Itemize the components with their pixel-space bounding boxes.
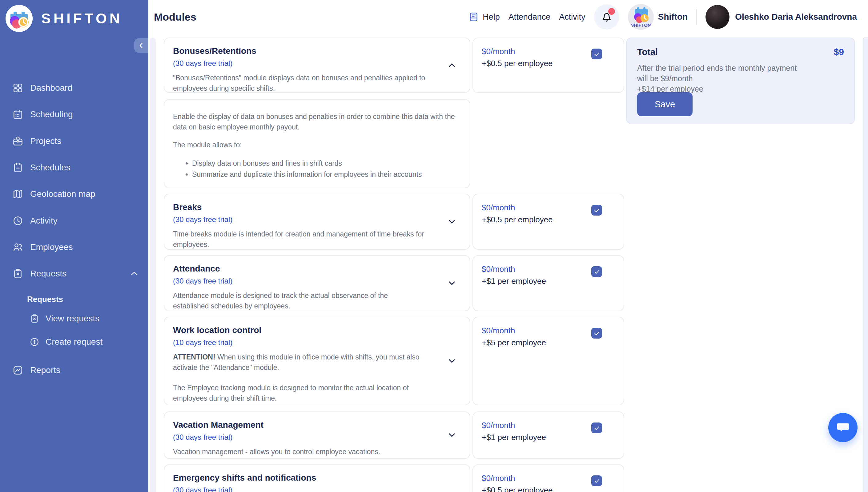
module-trial-link[interactable]: (10 days free trial)	[173, 338, 461, 347]
notifications-button[interactable]	[594, 4, 619, 29]
sidebar-item-label: Schedules	[30, 163, 70, 173]
sidebar-item-label: Geolocation map	[30, 189, 95, 199]
sidebar-item-activity[interactable]: Activity	[0, 211, 148, 230]
price-per-employee: +$1 per employee	[482, 433, 615, 442]
module-card-work-location[interactable]: Work location control (10 days free tria…	[164, 317, 470, 405]
expand-chevron-down-icon[interactable]	[447, 217, 457, 227]
users-icon	[12, 242, 23, 253]
user-menu[interactable]: Oleshko Daria Aleksandrovna	[705, 5, 857, 29]
total-amount: $9	[834, 47, 844, 57]
module-trial-link[interactable]: (30 days free trial)	[173, 59, 461, 68]
module-card-emergency[interactable]: Emergency shifts and notifications (30 d…	[164, 464, 470, 492]
chat-widget-button[interactable]	[828, 413, 858, 442]
module-description: Vacation management - allows you to cont…	[173, 446, 461, 457]
module-trial-link[interactable]: (30 days free trial)	[173, 215, 461, 224]
module-card-bonuses[interactable]: Bonuses/Retentions (30 days free trial) …	[164, 38, 470, 93]
sidebar-item-schedules[interactable]: Schedules	[0, 158, 148, 177]
module-enabled-checkbox[interactable]	[591, 205, 602, 216]
price-card-vacation: $0/month +$1 per employee	[472, 412, 624, 459]
module-description: "Bonuses/Retentions" module displays dat…	[173, 73, 450, 94]
price-card-work-location: $0/month +$5 per employee	[472, 317, 624, 405]
sidebar-item-reports[interactable]: Reports	[0, 361, 148, 380]
notification-badge	[608, 8, 615, 15]
module-enabled-checkbox[interactable]	[591, 328, 602, 339]
module-title: Work location control	[173, 325, 461, 335]
svg-text:SHIFTON: SHIFTON	[631, 22, 651, 28]
price-per-employee: +$0.5 per employee	[482, 486, 615, 492]
check-icon	[593, 477, 600, 484]
sidebar-item-employees[interactable]: Employees	[0, 238, 148, 257]
sidebar-collapse-button[interactable]	[134, 38, 148, 53]
grid-icon	[12, 82, 23, 94]
sidebar-item-requests[interactable]: Requests	[0, 264, 148, 284]
check-icon	[593, 51, 600, 57]
header-actions: Help Attendance Activity SHIFTON Shifton…	[468, 0, 857, 34]
module-title: Attendance	[173, 264, 461, 274]
total-line: After the trial period ends the monthly …	[637, 63, 844, 73]
module-details-panel: Enable the display of data on bonuses an…	[164, 99, 470, 188]
module-card-vacation[interactable]: Vacation Management (30 days free trial)…	[164, 412, 470, 459]
module-enabled-checkbox[interactable]	[591, 49, 602, 59]
sidebar-group-requests: Requests	[27, 295, 63, 304]
price-per-employee: +$0.5 per employee	[482, 59, 615, 68]
module-description: Attendance module is designed to track t…	[173, 290, 422, 311]
price-card-attendance: $0/month +$1 per employee	[472, 255, 624, 311]
details-bullet-list: Display data on bonuses and fines in shi…	[192, 158, 461, 179]
details-paragraph: The module allows to:	[173, 140, 461, 150]
sidebar-item-geolocation-map[interactable]: Geolocation map	[0, 184, 148, 204]
brand-name: SHIFTON	[41, 10, 122, 27]
sidebar-item-create-request[interactable]: Create request	[29, 333, 146, 350]
collapse-chevron-up-icon[interactable]	[447, 60, 457, 70]
attention-label: ATTENTION!	[173, 353, 215, 361]
price-card-bonuses: $0/month +$0.5 per employee	[472, 38, 624, 93]
check-icon	[593, 425, 600, 432]
sidebar: SHIFTON Dashboard Scheduling Projects Sc…	[0, 0, 148, 492]
clipboard-x-icon	[12, 268, 23, 279]
expand-chevron-down-icon[interactable]	[447, 278, 457, 288]
total-label: Total	[637, 47, 658, 57]
clock-icon	[12, 215, 23, 226]
company-switcher[interactable]: SHIFTON Shifton	[628, 4, 688, 30]
module-enabled-checkbox[interactable]	[591, 475, 602, 486]
module-description: The Employee tracking module is designed…	[173, 383, 428, 403]
module-trial-link[interactable]: (30 days free trial)	[173, 433, 461, 442]
header-link-attendance[interactable]: Attendance	[509, 12, 550, 22]
user-name: Oleshko Daria Aleksandrovna	[735, 12, 857, 22]
sidebar-item-projects[interactable]: Projects	[0, 131, 148, 151]
header-link-activity[interactable]: Activity	[559, 12, 585, 22]
help-label: Help	[483, 12, 500, 22]
sidebar-item-label: Requests	[30, 269, 67, 278]
sidebar-item-label: Reports	[30, 365, 60, 375]
price-card-emergency: $0/month +$0.5 per employee	[472, 464, 624, 492]
module-trial-link[interactable]: (30 days free trial)	[173, 486, 461, 492]
module-trial-link[interactable]: (30 days free trial)	[173, 277, 461, 285]
calendar-note-icon	[12, 162, 23, 173]
left-rail	[149, 38, 156, 492]
help-button[interactable]: Help	[468, 12, 500, 22]
module-card-attendance[interactable]: Attendance (30 days free trial) Attendan…	[164, 255, 470, 311]
sidebar-item-scheduling[interactable]: Scheduling	[0, 104, 148, 124]
sidebar-item-label: Create request	[46, 337, 102, 347]
module-enabled-checkbox[interactable]	[591, 422, 602, 433]
module-title: Breaks	[173, 202, 461, 212]
price-per-employee: +$1 per employee	[482, 276, 615, 286]
module-description: Time breaks module is intended for creat…	[173, 229, 450, 250]
expand-chevron-down-icon[interactable]	[447, 430, 457, 440]
expand-chevron-down-icon[interactable]	[447, 356, 457, 366]
module-attention-note: ATTENTION! When using this module in off…	[173, 352, 441, 373]
chevron-left-icon	[137, 42, 145, 50]
module-card-breaks[interactable]: Breaks (30 days free trial) Time breaks …	[164, 194, 470, 250]
sidebar-item-label: Employees	[30, 242, 73, 252]
sidebar-item-dashboard[interactable]: Dashboard	[0, 78, 148, 98]
right-rail[interactable]	[863, 38, 868, 492]
brand-logo[interactable]: SHIFTON	[5, 5, 122, 32]
check-icon	[593, 268, 600, 275]
sidebar-item-view-requests[interactable]: View requests	[29, 310, 146, 327]
module-enabled-checkbox[interactable]	[591, 266, 602, 277]
sidebar-item-label: Dashboard	[30, 83, 72, 93]
check-icon	[593, 330, 600, 337]
chat-bubble-icon	[835, 420, 851, 436]
module-title: Bonuses/Retentions	[173, 46, 461, 56]
company-name: Shifton	[658, 12, 688, 22]
save-button[interactable]: Save	[637, 92, 693, 116]
